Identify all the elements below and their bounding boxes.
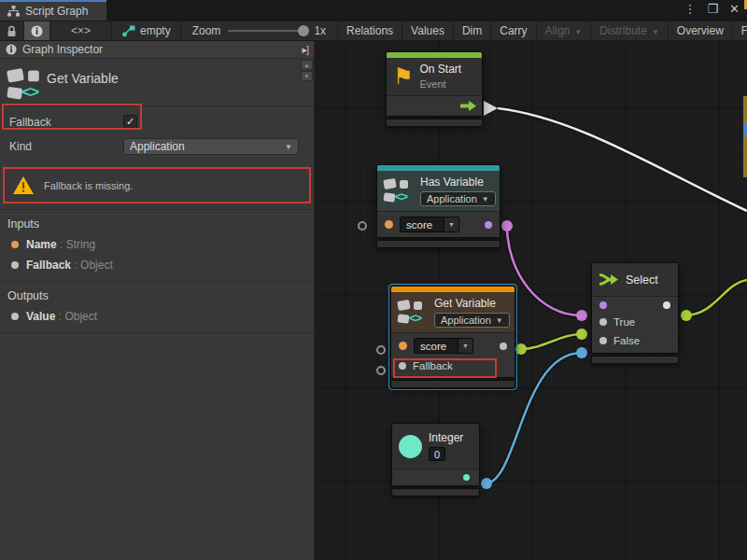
bool-output-port[interactable] (485, 221, 492, 229)
integer-output-port[interactable] (463, 474, 470, 481)
inspector-title: Graph Inspector (22, 43, 103, 56)
node-get-variable[interactable]: <> Get Variable Application ▼ (388, 284, 517, 390)
graph-canvas[interactable]: ⚑ On Start Event (315, 41, 747, 560)
tab-script-graph[interactable]: Script Graph (0, 0, 106, 21)
toolbar-right-group: Relations Values Dim Carry Align▼ Distri… (338, 21, 747, 40)
node-integer[interactable]: Integer 0 (391, 423, 480, 497)
chevron-down-icon: ▼ (458, 338, 473, 354)
node-footer (390, 380, 515, 388)
false-port-label: False (613, 335, 640, 346)
fallback-checkbox[interactable]: ✓ (123, 115, 137, 129)
unconnected-port-indicator[interactable] (358, 221, 367, 231)
fallback-port-label: Fallback (413, 360, 453, 371)
selection-output-port[interactable] (663, 301, 670, 309)
dock-panel-icon[interactable]: ▸] (302, 44, 308, 56)
select-merge-icon (599, 272, 619, 287)
node-subtitle: Event (420, 78, 446, 90)
tab-title: Script Graph (25, 5, 88, 18)
graph-ref-label: empty (140, 24, 171, 37)
distribute-button[interactable]: Distribute▼ (591, 21, 669, 40)
inspector-scrollbar[interactable]: ▲ ▼ (301, 60, 313, 81)
code-icon: <×> (71, 24, 91, 37)
flow-arrow-connector (484, 101, 498, 116)
unit-header: <> Get Variable (0, 59, 314, 106)
graph-reference-breadcrumb[interactable]: empty (112, 21, 181, 40)
full-screen-button[interactable]: Full Screen (733, 21, 747, 40)
unconnected-port-indicator[interactable] (376, 366, 386, 375)
window-menu-icon[interactable]: ⋮ (684, 3, 696, 16)
graph-inspector-panel: Graph Inspector ▸] ▲ ▼ <> Get Variable F… (0, 41, 315, 560)
inspector-header: Graph Inspector ▸] (0, 41, 314, 59)
fallback-label: Fallback (9, 116, 123, 129)
node-title: Integer (429, 431, 463, 444)
node-on-start[interactable]: ⚑ On Start Event (386, 51, 483, 127)
window-controls: ⋮ ❐ ✕ (684, 3, 740, 16)
variable-name-field[interactable]: score ▼ (400, 217, 459, 232)
chevron-down-icon: ▼ (574, 28, 582, 36)
chevron-down-icon: ▼ (652, 28, 659, 36)
name-input-port[interactable] (385, 220, 393, 229)
node-title: Select (626, 273, 658, 287)
lock-button[interactable] (0, 21, 24, 40)
wire-flow[interactable] (498, 108, 747, 211)
false-input-port[interactable] (599, 337, 607, 344)
info-icon (31, 25, 43, 37)
fallback-toggle-row: Fallback ✓ (0, 110, 314, 133)
carry-button[interactable]: Carry (491, 21, 536, 40)
node-title: On Start (420, 63, 462, 76)
node-select[interactable]: Select True False (591, 262, 679, 364)
variable-kind-dropdown[interactable]: Application ▼ (420, 191, 496, 206)
integer-literal-icon (399, 435, 422, 458)
code-preview-button[interactable]: <×> (50, 21, 112, 40)
flag-icon: ⚑ (393, 65, 414, 88)
port-dot-gray (11, 313, 19, 320)
zoom-slider[interactable] (228, 30, 306, 32)
node-title: Get Variable (434, 297, 496, 310)
kind-row: Kind Application ▼ (0, 133, 314, 160)
node-footer (591, 356, 679, 364)
maximize-icon[interactable]: ❐ (707, 3, 718, 16)
wire-layer (315, 41, 747, 560)
zoom-control: Zoom 1x (181, 21, 338, 40)
values-button[interactable]: Values (402, 21, 454, 40)
graph-ref-icon (121, 25, 135, 37)
true-input-port[interactable] (599, 318, 607, 326)
script-graph-window: Script Graph ⋮ ❐ ✕ (0, 0, 747, 560)
unconnected-port-indicator[interactable] (376, 345, 386, 355)
title-bar: Script Graph ⋮ ❐ ✕ (0, 0, 747, 21)
name-input-port[interactable] (399, 342, 407, 350)
scroll-down-icon[interactable]: ▼ (301, 71, 313, 81)
node-has-variable[interactable]: <> Has Variable Application ▼ (376, 164, 500, 248)
variable-name-field[interactable]: score ▼ (414, 338, 473, 354)
kind-dropdown[interactable]: Application ▼ (123, 138, 299, 155)
condition-input-port[interactable] (599, 301, 607, 309)
divider (0, 332, 314, 333)
variables-icon: <> (398, 300, 428, 326)
variable-kind-dropdown[interactable]: Application ▼ (434, 313, 510, 328)
chevron-down-icon: ▼ (285, 143, 292, 151)
scroll-up-icon[interactable]: ▲ (301, 60, 313, 70)
variables-icon: <> (7, 68, 47, 102)
graph-tree-icon (7, 6, 20, 17)
lock-icon (7, 25, 17, 37)
align-button[interactable]: Align▼ (537, 21, 592, 40)
node-footer (391, 488, 480, 497)
relations-button[interactable]: Relations (338, 21, 402, 40)
integer-value-field[interactable]: 0 (429, 447, 445, 461)
flow-output-port[interactable] (460, 101, 476, 111)
fallback-input-port[interactable] (399, 362, 406, 370)
inspector-toggle-button[interactable] (24, 21, 50, 40)
chevron-down-icon: ▼ (444, 217, 459, 232)
dim-button[interactable]: Dim (454, 21, 491, 40)
overview-button[interactable]: Overview (669, 21, 733, 40)
warning-box: Fallback is missing. (3, 167, 311, 203)
chevron-down-icon: ▼ (496, 316, 503, 325)
node-footer (376, 240, 500, 248)
variables-icon: <> (384, 178, 414, 204)
wire-condition[interactable] (507, 226, 582, 315)
warning-text: Fallback is missing. (44, 180, 133, 191)
value-output-port[interactable] (500, 343, 507, 350)
true-port-label: True (613, 316, 635, 328)
close-icon[interactable]: ✕ (729, 3, 740, 16)
zoom-slider-knob[interactable] (298, 25, 309, 36)
